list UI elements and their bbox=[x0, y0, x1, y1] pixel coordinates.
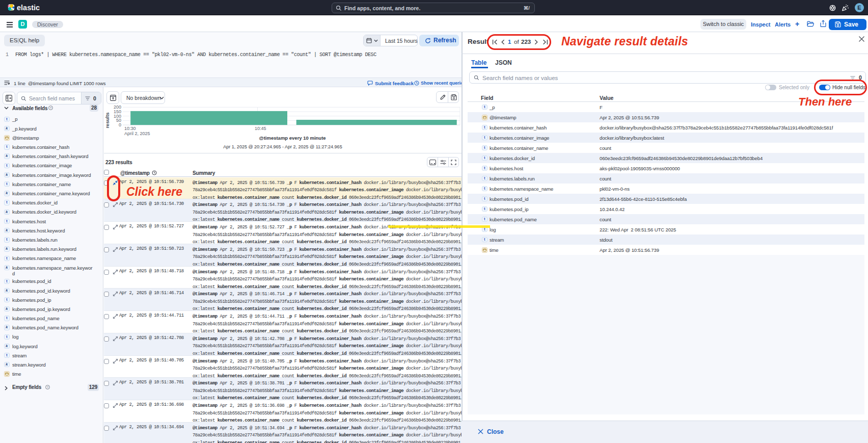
svg-text:@timestamp every 10 minute: @timestamp every 10 minute bbox=[259, 135, 326, 141]
svg-text:0: 0 bbox=[119, 122, 121, 127]
svg-text:April 2, 2025: April 2, 2025 bbox=[124, 131, 150, 136]
svg-text:?: ? bbox=[50, 107, 51, 110]
svg-text:?: ? bbox=[47, 386, 48, 389]
svg-text:Apr 1, 2025 @ 20:27:24.965 - A: Apr 1, 2025 @ 20:27:24.965 - Apr 2, 2025… bbox=[223, 144, 342, 149]
svg-text:results: results bbox=[104, 112, 110, 128]
svg-text:10:45: 10:45 bbox=[255, 126, 266, 131]
svg-text:10:30: 10:30 bbox=[124, 126, 136, 131]
